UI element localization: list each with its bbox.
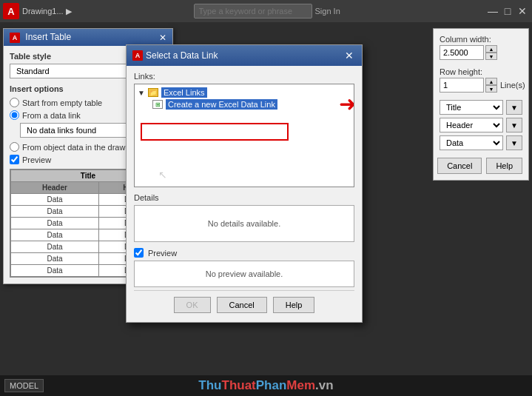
data-cell-9: Data — [11, 241, 99, 253]
links-tree: ➜ ▼ 📁 Excel Links ⊞ Create a new Excel D… — [134, 84, 354, 187]
column-width-row: ▲ ▼ — [440, 45, 522, 60]
title-bar-text: Drawing1... ▶ — [22, 7, 191, 16]
cell-style-header-row: Header ▼ — [440, 118, 522, 132]
folder-icon: 📁 — [148, 88, 158, 97]
insert-table-titlebar: A Insert Table ✕ — [4, 29, 172, 46]
row-height-row: ▲ ▼ Line(s) — [440, 78, 522, 93]
preview-label: Preview — [22, 155, 51, 164]
row-height-section: Row height: ▲ ▼ Line(s) — [440, 67, 522, 93]
column-width-label: Column width: — [440, 35, 522, 44]
red-outline-box — [141, 123, 289, 141]
title-bar: A Drawing1... ▶ Sign In — □ ✕ — [0, 0, 532, 22]
sdl-preview-checkbox[interactable] — [134, 248, 144, 258]
details-label: Details — [134, 193, 354, 202]
cell-style-data-btn[interactable]: ▼ — [506, 135, 522, 150]
row-height-label: Row height: — [440, 67, 522, 76]
taskbar: MODEL ThuThuatPhanMem.vn — [0, 375, 532, 396]
help-button[interactable]: Help — [486, 158, 522, 174]
cell-style-header-btn[interactable]: ▼ — [506, 118, 522, 132]
column-width-section: Column width: ▲ ▼ — [440, 35, 522, 60]
data-cell-11: Data — [11, 253, 99, 265]
window-controls: — □ ✕ — [486, 4, 529, 18]
data-cell-1: Data — [11, 194, 99, 206]
tree-child-create[interactable]: ⊞ Create a new Excel Data Link — [152, 99, 351, 110]
row-height-unit: Line(s) — [500, 81, 525, 90]
cell-style-header-select[interactable]: Header — [440, 118, 503, 132]
cell-style-title-btn[interactable]: ▼ — [506, 100, 522, 115]
sdl-help-btn[interactable]: Help — [273, 297, 315, 313]
excel-links-label: Excel Links — [161, 87, 207, 98]
select-data-link-dialog: A Select a Data Link ✕ Links: ➜ ▼ 📁 Exce… — [126, 44, 363, 323]
cell-style-title-row: Title ▼ — [440, 100, 522, 115]
no-details-text: No details available. — [208, 219, 280, 228]
no-preview-text: No preview available. — [206, 269, 283, 278]
data-cell-7: Data — [11, 229, 99, 241]
data-cell-3: Data — [11, 206, 99, 218]
app-logo: A — [3, 3, 19, 19]
sdl-close-btn[interactable]: ✕ — [343, 49, 356, 62]
sdl-title-left: A Select a Data Link — [132, 50, 218, 61]
tree-root-excel: ▼ 📁 Excel Links — [138, 87, 351, 98]
column-width-input[interactable] — [440, 45, 484, 60]
cell-styles-section: Title ▼ Header ▼ Data ▼ — [440, 100, 522, 150]
radio-object-input[interactable] — [10, 142, 19, 152]
cell-style-data-row: Data ▼ — [440, 135, 522, 150]
radio-object-label: From object data in the drawing — [22, 143, 136, 152]
table-icon: ⊞ — [152, 100, 163, 109]
column-width-up[interactable]: ▲ — [485, 45, 497, 53]
watermark-text: ThuThuatPhanMem.vn — [198, 378, 333, 393]
header-cell-1: Header — [11, 182, 99, 194]
create-new-label[interactable]: Create a new Excel Data Link — [166, 99, 277, 110]
row-height-down[interactable]: ▼ — [485, 85, 497, 93]
main-area: A Insert Table ✕ Table style Standard ..… — [0, 22, 532, 375]
sdl-buttons: OK Cancel Help — [134, 290, 354, 316]
right-panel-buttons: Cancel Help — [440, 158, 522, 174]
preview-checkbox[interactable] — [10, 155, 19, 164]
sdl-preview-box: No preview available. — [134, 261, 354, 287]
radio-data-link-input[interactable] — [10, 110, 19, 120]
row-height-up[interactable]: ▲ — [485, 78, 497, 85]
right-panel: Column width: ▲ ▼ Row height: ▲ ▼ Line(s… — [433, 28, 529, 181]
sdl-body: Links: ➜ ▼ 📁 Excel Links ⊞ Create a new … — [127, 66, 362, 322]
watermark: ThuThuatPhanMem.vn — [0, 375, 532, 396]
sdl-title: Select a Data Link — [146, 50, 218, 61]
sdl-preview-row: Preview — [134, 248, 354, 258]
sdl-cancel-btn[interactable]: Cancel — [217, 297, 267, 313]
dialog-logo: A — [10, 33, 20, 43]
data-cell-13: Data — [11, 265, 99, 277]
column-width-down[interactable]: ▼ — [485, 53, 497, 60]
minimize-btn[interactable]: — — [486, 4, 499, 18]
details-box: No details available. — [134, 205, 354, 242]
insert-table-close[interactable]: ✕ — [159, 33, 166, 43]
tree-expand-btn[interactable]: ▼ — [138, 89, 145, 97]
column-width-spinner: ▲ ▼ — [485, 45, 497, 60]
row-height-spinner: ▲ ▼ — [485, 78, 497, 93]
model-tab[interactable]: MODEL — [4, 379, 44, 392]
maximize-btn[interactable]: □ — [501, 4, 514, 18]
sdl-titlebar: A Select a Data Link ✕ — [127, 45, 362, 66]
row-height-input[interactable] — [440, 78, 484, 93]
title-bar-search[interactable] — [194, 4, 312, 19]
links-label: Links: — [134, 72, 354, 81]
sdl-ok-btn[interactable]: OK — [174, 297, 211, 313]
close-btn[interactable]: ✕ — [516, 4, 529, 18]
cancel-button[interactable]: Cancel — [437, 158, 482, 174]
radio-empty-label: Start from empty table — [22, 98, 102, 107]
sign-in-btn[interactable]: Sign In — [315, 7, 484, 16]
insert-table-title: Insert Table — [25, 32, 71, 42]
sdl-logo: A — [132, 50, 143, 61]
data-cell-5: Data — [11, 218, 99, 229]
radio-data-link-label: From a data link — [22, 111, 81, 120]
cell-style-data-select[interactable]: Data — [440, 135, 503, 150]
cell-style-title-select[interactable]: Title — [440, 100, 503, 115]
radio-empty-input[interactable] — [10, 98, 19, 107]
sdl-preview-label: Preview — [148, 249, 177, 258]
